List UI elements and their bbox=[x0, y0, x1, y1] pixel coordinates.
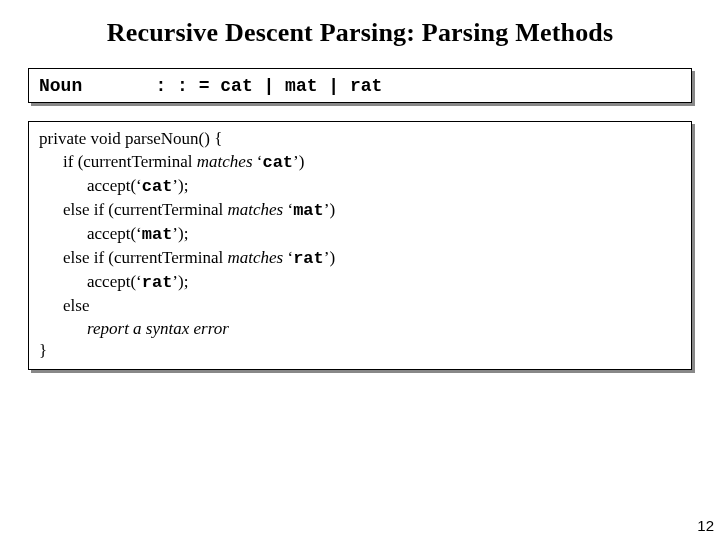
page-number: 12 bbox=[697, 517, 714, 534]
code-accept-mat: accept(‘mat’); bbox=[39, 223, 681, 247]
code-signature: private void parseNoun() { bbox=[39, 128, 681, 151]
grammar-lhs: Noun bbox=[39, 76, 151, 96]
code-accept-rat: accept(‘rat’); bbox=[39, 271, 681, 295]
code-box: private void parseNoun() { if (currentTe… bbox=[28, 121, 692, 370]
code-if-cat: if (currentTerminal matches ‘cat’) bbox=[39, 151, 681, 175]
code-close-brace: } bbox=[39, 340, 681, 363]
code-elseif-rat: else if (currentTerminal matches ‘rat’) bbox=[39, 247, 681, 271]
slide: Recursive Descent Parsing: Parsing Metho… bbox=[0, 0, 720, 540]
grammar-rhs: : : = cat | mat | rat bbox=[156, 76, 383, 96]
code-else: else bbox=[39, 295, 681, 318]
grammar-box: Noun : : = cat | mat | rat bbox=[28, 68, 692, 103]
code-report-error: report a syntax error bbox=[39, 318, 681, 341]
code-accept-cat: accept(‘cat’); bbox=[39, 175, 681, 199]
slide-title: Recursive Descent Parsing: Parsing Metho… bbox=[22, 18, 698, 48]
code-elseif-mat: else if (currentTerminal matches ‘mat’) bbox=[39, 199, 681, 223]
